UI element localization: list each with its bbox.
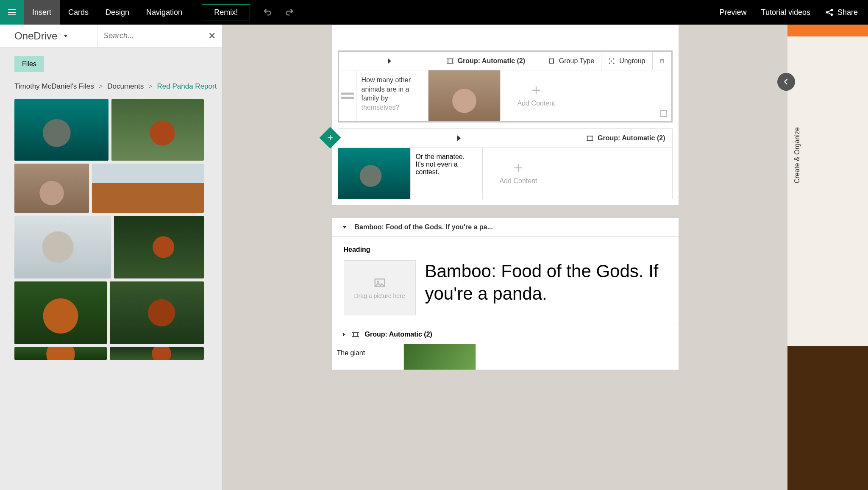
chevron-left-icon: [782, 78, 790, 86]
files-tab[interactable]: Files: [14, 56, 44, 72]
group1-disclosure[interactable]: [339, 52, 440, 70]
group-type-icon: [548, 58, 555, 64]
thumbnail-red-panda-5[interactable]: [14, 347, 107, 360]
svg-point-19: [609, 62, 610, 64]
group2-add-content[interactable]: Add Content: [482, 148, 554, 199]
plus-icon: [530, 84, 542, 96]
group3-header[interactable]: Group: Automatic (2): [332, 325, 679, 344]
thumbnail-red-panda-2[interactable]: [114, 216, 204, 278]
svg-point-20: [613, 62, 615, 64]
select-icon: [447, 58, 453, 64]
thumbnail-aardvark[interactable]: [14, 164, 89, 213]
redo-icon[interactable]: [285, 8, 294, 17]
breadcrumb: Timothy McDaniel's Files > Documents > R…: [14, 82, 222, 91]
theme-swatch-orange: [787, 25, 868, 36]
group3-text-cell[interactable]: The giant: [332, 344, 404, 370]
drag-handle[interactable]: [339, 70, 356, 121]
section-bamboo-header[interactable]: Bamboo: Food of the Gods. If you're a pa…: [332, 218, 679, 237]
group2-title-seg[interactable]: Group: Automatic (2): [580, 129, 672, 148]
create-organize-label[interactable]: Create & Organize: [793, 127, 801, 184]
group2-title: Group: Automatic (2): [598, 134, 665, 142]
undo-icon[interactable]: [263, 8, 272, 17]
svg-rect-15: [549, 59, 554, 63]
thumbnail-red-panda-6[interactable]: [110, 347, 204, 360]
group1-title: Group: Automatic (2): [458, 57, 525, 65]
svg-rect-21: [661, 60, 663, 63]
group3-title: Group: Automatic (2): [365, 331, 432, 338]
breadcrumb-documents[interactable]: Documents: [107, 82, 144, 90]
chevron-down-icon: [63, 33, 68, 39]
theme-swatch-brown: [787, 346, 868, 490]
svg-point-36: [377, 281, 379, 283]
svg-rect-10: [448, 59, 452, 63]
source-dropdown[interactable]: OneDrive: [0, 30, 68, 42]
svg-point-17: [609, 58, 610, 59]
svg-rect-28: [588, 136, 592, 140]
heading-text[interactable]: Bamboo: Food of the Gods. If you're a pa…: [425, 260, 667, 305]
chevron-down-icon: [342, 225, 347, 230]
thumbnail-snow-leopard[interactable]: [14, 216, 111, 278]
preview-button[interactable]: Preview: [720, 8, 747, 17]
share-icon: [825, 8, 834, 17]
collapse-rail-button[interactable]: [777, 73, 795, 91]
tutorial-videos-button[interactable]: Tutorial videos: [761, 8, 810, 17]
search-input[interactable]: [97, 31, 208, 40]
thumbnail-landscape[interactable]: [92, 164, 204, 213]
ungroup-icon: [608, 58, 615, 64]
group1-add-content[interactable]: Add Content: [500, 70, 572, 121]
svg-point-16: [611, 60, 612, 61]
group3-image-cell[interactable]: [404, 344, 476, 370]
share-button[interactable]: Share: [825, 8, 858, 17]
group-type-button[interactable]: Group Type: [541, 52, 601, 70]
group2-image-cell[interactable]: [338, 148, 410, 199]
svg-line-6: [828, 11, 831, 12]
trash-icon: [659, 58, 665, 64]
group1-title-seg[interactable]: Group: Automatic (2): [440, 52, 541, 70]
breadcrumb-root[interactable]: Timothy McDaniel's Files: [14, 82, 94, 90]
thumbnail-red-panda-4[interactable]: [110, 281, 204, 344]
heading-label: Heading: [344, 246, 667, 253]
remix-button[interactable]: Remix!: [202, 4, 250, 20]
source-label: OneDrive: [14, 30, 57, 42]
svg-point-18: [613, 58, 615, 59]
breadcrumb-current[interactable]: Red Panda Report: [157, 82, 217, 90]
group1-image-cell[interactable]: [428, 70, 500, 121]
group1-text-cell[interactable]: How many other animals are in a family b…: [356, 70, 428, 121]
group2-text-cell[interactable]: Or the manatee. It's not even a contest.: [410, 148, 482, 199]
tab-insert[interactable]: Insert: [24, 0, 60, 25]
tab-cards[interactable]: Cards: [60, 0, 97, 25]
thumbnail-red-panda-1[interactable]: [111, 99, 204, 161]
svg-rect-37: [353, 332, 358, 337]
tab-navigation[interactable]: Navigation: [138, 0, 191, 25]
tab-design[interactable]: Design: [97, 0, 138, 25]
thumbnail-red-panda-3[interactable]: [14, 281, 107, 344]
svg-line-7: [828, 13, 831, 14]
plus-icon: [512, 162, 524, 174]
select-icon: [587, 135, 593, 142]
thumbnail-manatee[interactable]: [14, 99, 108, 161]
share-label: Share: [837, 8, 858, 17]
selection-checkbox[interactable]: [660, 110, 667, 117]
group3-add-content[interactable]: [476, 344, 548, 370]
select-icon: [352, 331, 359, 338]
delete-group-button[interactable]: [653, 52, 671, 70]
group2-disclosure[interactable]: [338, 129, 580, 148]
ungroup-button[interactable]: Ungroup: [601, 52, 652, 70]
hamburger-menu[interactable]: [0, 0, 24, 25]
heading-image-dropzone[interactable]: Drag a picture here: [344, 260, 416, 315]
image-placeholder-icon: [373, 276, 386, 289]
